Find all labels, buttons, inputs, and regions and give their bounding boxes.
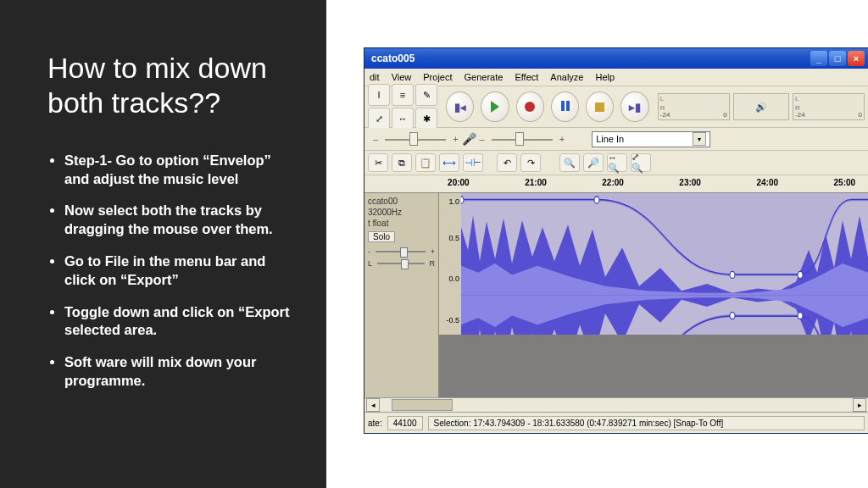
svg-point-4 bbox=[730, 271, 735, 278]
svg-point-8 bbox=[730, 313, 735, 319]
output-meter[interactable]: LR -240 bbox=[658, 93, 730, 120]
audacity-window: ccato005 _ □ × dit View Project Generate… bbox=[364, 47, 868, 434]
fit-selection-button[interactable]: ↔🔍 bbox=[607, 153, 627, 172]
edit-toolbar: ✂ ⧉ 📋 ⟷ ⊣⊢ ↶ ↷ 🔍 🔎 ↔🔍 ⤢🔍 bbox=[364, 151, 868, 175]
slide-bullets: Step-1- Go to option “Envelop” and adjus… bbox=[47, 152, 296, 391]
gain-slider[interactable]: -+ bbox=[368, 247, 435, 256]
minus-icon: – bbox=[373, 134, 378, 144]
tracks-area: ccato00 32000Hz t float Solo -+ LR 1.0 0… bbox=[364, 193, 868, 397]
ruler-tick: 22:00 bbox=[602, 178, 624, 187]
draw-tool-icon[interactable]: ✎ bbox=[415, 84, 437, 106]
zoom-tool-icon[interactable]: ⤢ bbox=[368, 108, 390, 130]
skip-start-button[interactable]: ▮◂ bbox=[446, 92, 474, 122]
ruler-tick: 24:00 bbox=[756, 178, 778, 187]
minimize-button[interactable]: _ bbox=[810, 51, 827, 66]
time-ruler[interactable]: 20:00 21:00 22:00 23:00 24:00 25:00 bbox=[439, 175, 868, 193]
slide-text-panel: How to mix down both tracks?? Step-1- Go… bbox=[0, 0, 326, 488]
silence-button[interactable]: ⊣⊢ bbox=[463, 153, 483, 172]
svg-point-5 bbox=[798, 271, 803, 278]
bullet: Step-1- Go to option “Envelop” and adjus… bbox=[64, 152, 296, 189]
track-rate: 32000Hz bbox=[368, 208, 435, 217]
meter-tick: 0 bbox=[723, 111, 726, 119]
menu-help[interactable]: Help bbox=[595, 72, 615, 82]
menu-generate[interactable]: Generate bbox=[465, 72, 504, 82]
ruler-tick: 20:00 bbox=[448, 178, 470, 187]
waveform-display[interactable]: 1.0 0.5 0.0 -0.5 -1.0 bbox=[439, 193, 868, 397]
project-rate[interactable]: 44100 bbox=[387, 416, 423, 430]
selection-readout: Selection: 17:43.794309 - 18:31.633580 (… bbox=[428, 416, 865, 430]
mic-icon: 🎤 bbox=[462, 132, 476, 146]
cut-button[interactable]: ✂ bbox=[368, 153, 388, 172]
empty-track-space bbox=[439, 335, 868, 397]
record-button[interactable] bbox=[516, 92, 544, 122]
horizontal-scrollbar[interactable]: ◂ ▸ bbox=[364, 397, 868, 412]
pause-button[interactable] bbox=[551, 92, 579, 122]
plus-icon: + bbox=[559, 134, 565, 144]
ruler-tick: 25:00 bbox=[834, 178, 856, 187]
svg-point-3 bbox=[594, 197, 599, 203]
stop-button[interactable] bbox=[586, 92, 614, 122]
axis-tick: -0.5 bbox=[446, 316, 459, 324]
close-button[interactable]: × bbox=[848, 51, 865, 66]
redo-button[interactable]: ↷ bbox=[520, 153, 541, 172]
zoom-in-button[interactable]: 🔍 bbox=[559, 153, 580, 172]
skip-end-button[interactable]: ▸▮ bbox=[620, 92, 648, 122]
input-source-value: Line In bbox=[596, 134, 624, 144]
input-meter[interactable]: LR -240 bbox=[793, 93, 865, 120]
axis-tick: 0.5 bbox=[448, 234, 459, 242]
menu-edit[interactable]: dit bbox=[370, 72, 380, 82]
window-titlebar[interactable]: ccato005 _ □ × bbox=[364, 48, 868, 69]
pan-slider[interactable]: LR bbox=[368, 259, 435, 268]
menu-bar: dit View Project Generate Effect Analyze… bbox=[364, 69, 868, 86]
ruler-tick: 21:00 bbox=[525, 178, 547, 187]
svg-point-2 bbox=[461, 197, 464, 203]
undo-button[interactable]: ↶ bbox=[497, 153, 517, 172]
scroll-thumb[interactable] bbox=[392, 399, 453, 411]
envelope-tool-icon[interactable]: ≡ bbox=[392, 84, 414, 106]
multi-tool-icon[interactable]: ✱ bbox=[415, 108, 437, 130]
window-title: ccato005 bbox=[368, 53, 415, 64]
rate-label: ate: bbox=[368, 419, 382, 428]
selection-tool-icon[interactable]: I bbox=[368, 84, 390, 106]
input-slider[interactable] bbox=[492, 132, 553, 146]
fit-project-button[interactable]: ⤢🔍 bbox=[631, 153, 651, 172]
track-format: t float bbox=[368, 219, 435, 228]
meter-tick: 0 bbox=[859, 111, 862, 119]
menu-view[interactable]: View bbox=[392, 72, 412, 82]
axis-tick: 1.0 bbox=[448, 197, 459, 206]
status-bar: ate: 44100 Selection: 17:43.794309 - 18:… bbox=[364, 412, 868, 433]
svg-point-9 bbox=[798, 313, 803, 319]
bullet: Now select both the tracks by dragging t… bbox=[64, 202, 296, 239]
timeshift-tool-icon[interactable]: ↔ bbox=[392, 108, 414, 130]
chevron-down-icon: ▾ bbox=[693, 132, 706, 146]
maximize-button[interactable]: □ bbox=[829, 51, 846, 66]
input-source-select[interactable]: Line In ▾ bbox=[592, 131, 710, 147]
minus-icon: – bbox=[480, 134, 485, 144]
scroll-left-button[interactable]: ◂ bbox=[366, 398, 380, 412]
plus-icon: + bbox=[453, 134, 458, 144]
mixer-toolbar: – + 🎤 – + Line In ▾ bbox=[364, 128, 868, 151]
menu-effect[interactable]: Effect bbox=[515, 72, 538, 82]
bullet: Go to File in the menu bar and click on … bbox=[64, 252, 296, 290]
menu-project[interactable]: Project bbox=[423, 72, 452, 82]
solo-button[interactable]: Solo bbox=[368, 231, 395, 242]
slide-title: How to mix down both tracks?? bbox=[47, 51, 296, 121]
paste-button[interactable]: 📋 bbox=[415, 153, 436, 172]
trim-button[interactable]: ⟷ bbox=[439, 153, 459, 172]
play-button[interactable] bbox=[481, 92, 509, 122]
menu-analyze[interactable]: Analyze bbox=[550, 72, 583, 82]
bullet: Toggle down and click on “Export selecte… bbox=[64, 303, 296, 341]
meter-tick: -24 bbox=[795, 111, 805, 119]
axis-tick: 0.0 bbox=[448, 274, 459, 283]
meter-tick: -24 bbox=[660, 111, 670, 119]
speaker-icon: 🔊 bbox=[755, 102, 767, 113]
zoom-out-button[interactable]: 🔎 bbox=[583, 153, 604, 172]
output-slider[interactable] bbox=[385, 132, 446, 146]
copy-button[interactable]: ⧉ bbox=[392, 153, 412, 172]
scroll-right-button[interactable]: ▸ bbox=[853, 398, 866, 412]
ruler-tick: 23:00 bbox=[679, 178, 701, 187]
bullet: Soft ware will mix down your programme. bbox=[64, 353, 296, 391]
output-volume[interactable]: 🔊 bbox=[733, 93, 789, 120]
transport-toolbar: I ≡ ✎ ⤢ ↔ ✱ ▮◂ ▸▮ bbox=[364, 86, 868, 128]
track-panel[interactable]: ccato00 32000Hz t float Solo -+ LR bbox=[364, 193, 439, 397]
